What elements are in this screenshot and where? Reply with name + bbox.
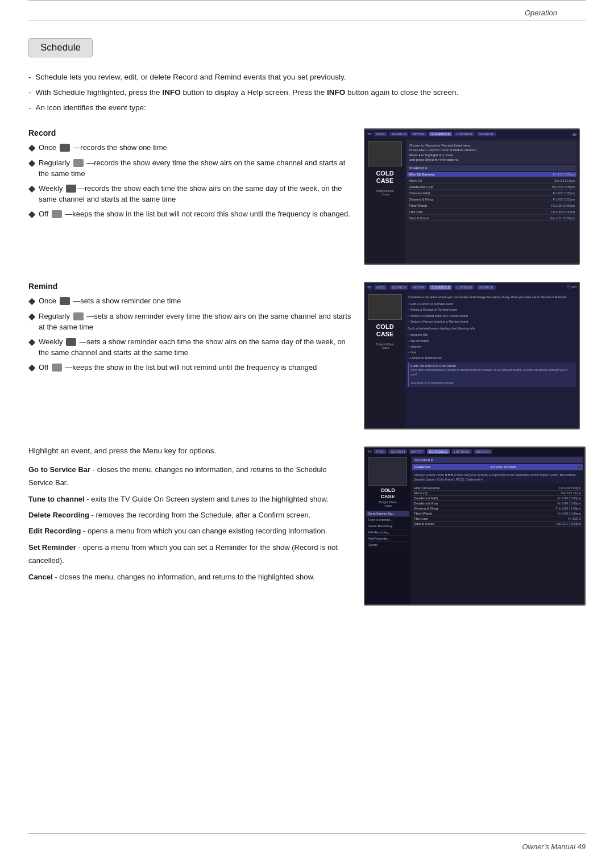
- tv3-show-time: Fri 2/20 12:44pm: [491, 465, 516, 469]
- tv3-selected-show: Deadwood Fri 2/20 12:44pm ⚫: [412, 464, 583, 470]
- option-go-to-service-bar: Go to Service Bar - closes the menu, cha…: [28, 463, 352, 490]
- tv-info-box-1: Shows for Record or Remind listed here. …: [407, 141, 576, 165]
- record-section: Record ◆ Once —records the show one time…: [28, 128, 586, 265]
- tv-thumb-2: [368, 294, 402, 320]
- tv-help-item-1: • Edit a Record or Remind event: [408, 302, 576, 306]
- tv-thumb-1: [368, 141, 402, 166]
- remind-regularly-icon: [73, 312, 84, 320]
- record-item-3-text: Weekly —records the show each time the s…: [39, 183, 352, 205]
- tv-row-1-8: Sam & Grace Sat 2/21 10:00pm: [407, 216, 576, 221]
- tv-cold-case-2: COLDCASE: [376, 323, 393, 338]
- tv-help-item-3: • Switch a Remind event to a Record even…: [408, 314, 576, 318]
- tv-info-badge: ⓘ info: [567, 285, 576, 290]
- remind-once-icon: [60, 297, 70, 305]
- record-item-2-text: Regularly —records the show every time t…: [39, 157, 352, 180]
- tv-row-time-1-2: Sat 2/21 12pm: [554, 179, 575, 182]
- tv3-row-time-5: Thu 2/26 11:09pm: [555, 507, 581, 510]
- remind-item-1: ◆ Once —sets a show reminder one time: [28, 295, 352, 307]
- tv-row-title-1-3: Deadwood 3 ep: [409, 185, 551, 189]
- tv3-tab-mytvf: MYTVF: [409, 449, 425, 454]
- tv3-row-title-1: Ellen DeGeneres: [414, 486, 559, 490]
- tv-row-1-4: Christine FAQ Fri 2/20 6:00pm: [407, 191, 576, 196]
- tv-row-1-1: Ellen DeGeneres Fri 2/20 4:00pm: [407, 172, 576, 177]
- tv3-row-5: Dharma & Greg Thu 2/26 11:09pm: [412, 506, 583, 511]
- tv-sidebar-1: COLDCASE Tonight 8/9am☆case: [365, 139, 405, 264]
- record-item-4: ◆ Off —keeps the show in the list but wi…: [28, 208, 352, 220]
- tv-row-title-1-4: Christine FAQ: [409, 191, 553, 195]
- tv-help-text-2: Delete a Record or Remind event: [410, 307, 457, 312]
- tv3-rows: Ellen DeGeneres Fri 2/20 4:00pm Monk (1)…: [412, 486, 583, 603]
- tv-tab-listings-2: LISTINGS: [454, 285, 474, 290]
- tv-tab-schedule1: SCHEDULE: [429, 132, 453, 136]
- tv-row-1-6: Third Watch Fri 2/20 10:00pm: [407, 203, 576, 208]
- tv3-tab-search2: SEARCH: [474, 449, 492, 454]
- tv-help-item-4: • Switch a Record event to a Remind even…: [408, 319, 576, 324]
- tv3-row-1: Ellen DeGeneres Fri 2/20 4:00pm: [412, 486, 583, 491]
- tv-row-time-1-8: Sat 2/21 10:00pm: [550, 216, 575, 220]
- tv3-row-time-3: Fri 2/20 10:00pm: [557, 496, 581, 500]
- tv-row-title-1-8: Sam & Grace: [409, 216, 550, 220]
- option-set-reminder: Set Reminder - opens a menu from which y…: [28, 541, 352, 567]
- tv-cold-case-1: COLDCASE: [376, 170, 393, 185]
- tv-topbar-2: TV ATSC SEARCH MYTVF SCHEDULE LISTINGS S…: [365, 283, 579, 292]
- tv-help-sub-2: •day of month: [408, 339, 576, 343]
- tv-tab-mytvf-2: MYTVF: [410, 285, 426, 290]
- tv-tab-search1: SEARCH: [389, 132, 408, 136]
- tv3-row-title-5: Dharma & Greg: [414, 507, 555, 510]
- record-left: Record ◆ Once —records the show one time…: [28, 128, 352, 265]
- record-regularly-icon: [73, 159, 84, 167]
- remind-right: TV ATSC SEARCH MYTVF SCHEDULE LISTINGS S…: [364, 282, 586, 429]
- tv-row-time-1-7: Fri 2/20 10:00pm: [551, 210, 575, 214]
- tv3-row-title-8: Sam & Grace: [414, 522, 557, 525]
- remind-item-2-text: Regularly —sets a show reminder every ti…: [39, 311, 352, 333]
- tv-help-sub-4: •time: [408, 350, 576, 354]
- page-container: Operation Schedule - Schedule lets you r…: [0, 0, 614, 868]
- remind-section: Remind ◆ Once —sets a show reminder one …: [28, 282, 586, 429]
- remind-off-icon: [52, 364, 62, 372]
- tv-screen-1: TV ATSC SEARCH MYTVF SCHEDULE LISTINGS S…: [364, 128, 580, 265]
- tv-row-1-7: Thin Line Fri 2/20 10:00pm: [407, 210, 576, 215]
- tv-row-title-1-2: Monk (1): [409, 179, 554, 182]
- option-edit-recording: Edit Recording - opens a menu from which…: [28, 524, 352, 537]
- option-4-term: Edit Recording: [28, 527, 81, 535]
- option-1-term: Go to Service Bar: [28, 465, 90, 474]
- tv3-row-title-7: Thin Line: [414, 517, 568, 520]
- intro-list: - Schedule lets you review, edit, or del…: [28, 71, 586, 115]
- operation-label: Operation: [28, 5, 586, 20]
- top-rule: Operation: [28, 0, 586, 20]
- intro-item-3: - An icon identifies the event type:: [28, 102, 586, 115]
- tv3-tonight: Tonight 8/9am☆case: [379, 500, 396, 507]
- schedule-heading: Schedule: [28, 38, 586, 71]
- tv-row-time-1-6: Fri 2/20 10:00pm: [551, 204, 575, 207]
- record-item-2: ◆ Regularly —records the show every time…: [28, 157, 352, 180]
- tv3-menu-item-2: Tune to channel...: [366, 517, 409, 523]
- tv-icon-area: 📺: [572, 132, 576, 136]
- tv-row-time-1-4: Fri 2/20 6:00pm: [553, 191, 575, 195]
- option-2-term: Tune to channel: [28, 495, 85, 503]
- remind-weekly-icon: [66, 338, 76, 346]
- tv-tab-schedule-2: SCHEDULE: [429, 285, 453, 290]
- tv-tab-search-2: SEARCH: [389, 285, 408, 290]
- record-right: TV ATSC SEARCH MYTVF SCHEDULE LISTINGS S…: [364, 128, 586, 265]
- intro-text-1: Schedule lets you review, edit, or delet…: [36, 71, 346, 84]
- tv3-row-time-4: Fri 2/20 10:00pm: [557, 502, 581, 505]
- record-item-1-text: Once —records the show one time: [39, 142, 352, 153]
- tv-tab-atsc-2: ATSC: [374, 285, 388, 290]
- tv-row-time-1-5: Fri 2/20 5:15pm: [553, 198, 575, 201]
- remind-item-2: ◆ Regularly —sets a show reminder every …: [28, 311, 352, 333]
- tv-row-1-5: Dharma & Greg Fri 2/20 5:15pm: [407, 197, 576, 202]
- tv-help-sublist: •program title •day of month •channel •t…: [408, 332, 576, 360]
- tv3-title-bar: SCHEDULE: [412, 457, 583, 463]
- tv3-row-7: Thin Line Fri 2/20 2: [412, 516, 583, 521]
- option-6-term: Cancel: [28, 573, 53, 581]
- tv-row-1-3: Deadwood 3 ep Thu 2/26 9:35pm: [407, 185, 576, 190]
- tv-tab-search2-2: SEARCH: [477, 285, 496, 290]
- remind-item-1-text: Once —sets a show reminder one time: [39, 295, 352, 307]
- tv-body-1: COLDCASE Tonight 8/9am☆case Shows for Re…: [365, 139, 579, 264]
- tv3-tab-schedule: SCHEDULE: [427, 449, 450, 454]
- tv-row-title-1-7: Thin Line: [409, 210, 551, 214]
- tv3-body: COLDCASE Tonight 8/9am☆case Go to Servic…: [365, 456, 584, 604]
- record-item-3: ◆ Weekly —records the show each time the…: [28, 183, 352, 205]
- tv-each-scheduled: Each scheduled event displays the follow…: [408, 326, 576, 331]
- tv-tab-listings1: LISTINGS: [454, 132, 474, 136]
